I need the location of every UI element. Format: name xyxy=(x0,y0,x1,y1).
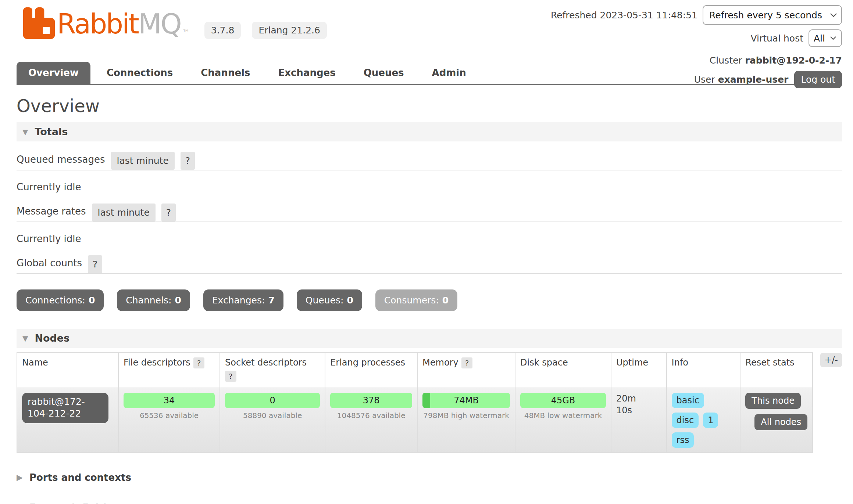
info-badge-basic: basic xyxy=(672,393,704,408)
socket-descriptors-cell: 0 58890 available xyxy=(220,388,325,453)
uptime-value-1: 20m xyxy=(616,393,661,404)
help-icon[interactable]: ? xyxy=(88,255,102,273)
col-header-reset-stats: Reset stats xyxy=(740,353,813,388)
nodes-table: Name File descriptors? Socket descriptor… xyxy=(17,352,813,453)
global-stats-row: Connections:0 Channels:0 Exchanges:7 Que… xyxy=(17,289,842,311)
nodes-header-row: Name File descriptors? Socket descriptor… xyxy=(17,353,813,388)
tab-exchanges[interactable]: Exchanges xyxy=(266,62,347,84)
message-rates-period-tab[interactable]: last minute xyxy=(92,204,156,222)
node-name-link[interactable]: rabbit@172-104-212-22 xyxy=(22,393,108,423)
file-descriptors-cell: 34 65536 available xyxy=(118,388,220,453)
nodes-table-wrap: Name File descriptors? Socket descriptor… xyxy=(17,352,842,453)
col-header-memory: Memory? xyxy=(417,353,515,388)
tab-overview[interactable]: Overview xyxy=(17,62,90,85)
help-icon[interactable]: ? xyxy=(181,152,195,170)
disk-space-bar: 45GB xyxy=(520,393,606,408)
stat-connections-label: Connections: xyxy=(25,295,85,306)
col-header-memory-label: Memory xyxy=(422,357,458,368)
section-header-ports-and-contexts[interactable]: ▶ Ports and contexts xyxy=(17,472,842,483)
memory-used: 74MB xyxy=(454,395,479,406)
tab-admin[interactable]: Admin xyxy=(420,62,478,84)
col-header-socket-descriptors-label: Socket descriptors xyxy=(225,357,307,368)
col-header-file-descriptors: File descriptors? xyxy=(118,353,220,388)
tab-channels[interactable]: Channels xyxy=(189,62,262,84)
rabbitmq-logo[interactable]: RabbitMQ ™ xyxy=(23,7,190,40)
info-badges: basic disc 1 rss xyxy=(672,393,735,448)
col-header-socket-descriptors: Socket descriptors? xyxy=(220,353,325,388)
help-icon[interactable]: ? xyxy=(193,357,205,368)
disk-space-cell: 45GB 48MB low watermark xyxy=(515,388,611,453)
queued-messages-idle-text: Currently idle xyxy=(17,181,842,192)
vhost-select-wrap: All xyxy=(809,29,842,47)
refreshed-timestamp: Refreshed 2023-05-31 11:48:51 xyxy=(551,10,697,21)
col-header-disk-space-label: Disk space xyxy=(520,357,568,368)
stat-exchanges[interactable]: Exchanges:7 xyxy=(203,289,283,311)
vhost-row: Virtual host All xyxy=(750,29,842,47)
section-header-export-definitions[interactable]: ▶ Export definitions xyxy=(17,502,842,504)
trademark-symbol: ™ xyxy=(182,28,190,37)
queued-messages-label: Queued messages xyxy=(17,154,105,167)
section-title-ports-and-contexts: Ports and contexts xyxy=(29,472,131,483)
logo-text-rabbit: Rabbit xyxy=(57,8,138,40)
page: RabbitMQ ™ 3.7.8 Erlang 21.2.6 Refreshed… xyxy=(0,0,853,504)
section-title-totals: Totals xyxy=(35,126,68,137)
refresh-interval-select[interactable]: Refresh every 5 seconds xyxy=(703,5,842,25)
reset-all-nodes-button[interactable]: All nodes xyxy=(754,414,807,430)
stat-connections[interactable]: Connections:0 xyxy=(17,289,104,311)
rabbit-icon xyxy=(23,7,55,40)
page-title: Overview xyxy=(17,96,842,116)
help-icon[interactable]: ? xyxy=(461,357,473,368)
message-rates-label: Message rates xyxy=(17,206,86,219)
uptime-cell: 20m 10s xyxy=(611,388,667,453)
expand-arrow-icon: ▶ xyxy=(17,474,23,482)
stat-queues[interactable]: Queues:0 xyxy=(297,289,362,311)
tab-queues[interactable]: Queues xyxy=(352,62,416,84)
vhost-label: Virtual host xyxy=(750,33,803,44)
reset-stats-cell: This node All nodes xyxy=(740,388,813,453)
toggle-columns-button[interactable]: +/- xyxy=(820,353,842,367)
section-header-totals[interactable]: ▼ Totals xyxy=(17,122,842,141)
col-header-name-label: Name xyxy=(22,357,48,368)
erlang-processes-used: 378 xyxy=(363,395,380,406)
socket-descriptors-bar: 0 xyxy=(225,393,320,408)
refresh-row: Refreshed 2023-05-31 11:48:51 Refresh ev… xyxy=(551,5,842,25)
stat-exchanges-label: Exchanges: xyxy=(212,295,265,306)
stat-consumers: Consumers:0 xyxy=(375,289,457,311)
col-header-info-label: Info xyxy=(672,357,688,368)
info-badge-rss: rss xyxy=(672,432,694,448)
stat-exchanges-value: 7 xyxy=(268,295,274,306)
stat-connections-value: 0 xyxy=(89,295,95,306)
stat-queues-label: Queues: xyxy=(306,295,344,306)
header: RabbitMQ ™ 3.7.8 Erlang 21.2.6 Refreshed… xyxy=(17,0,842,85)
col-header-erlang-processes: Erlang processes xyxy=(325,353,417,388)
stat-consumers-label: Consumers: xyxy=(384,295,439,306)
col-header-file-descriptors-label: File descriptors xyxy=(124,357,190,368)
section-title-nodes: Nodes xyxy=(35,332,69,344)
erlang-processes-detail: 1048576 available xyxy=(330,411,412,420)
global-counts-label: Global counts xyxy=(17,258,82,271)
rabbitmq-version-badge: 3.7.8 xyxy=(204,22,241,39)
memory-bar: 74MB xyxy=(422,393,510,408)
tab-connections[interactable]: Connections xyxy=(95,62,185,84)
memory-cell: 74MB 798MB high watermark xyxy=(417,388,515,453)
erlang-processes-cell: 378 1048576 available xyxy=(325,388,417,453)
erlang-version-badge: Erlang 21.2.6 xyxy=(252,22,327,39)
logo-text: RabbitMQ xyxy=(57,10,181,37)
vhost-select[interactable]: All xyxy=(809,29,842,47)
section-header-nodes[interactable]: ▼ Nodes xyxy=(17,329,842,348)
col-header-erlang-processes-label: Erlang processes xyxy=(330,357,405,368)
logo-row: RabbitMQ ™ 3.7.8 Erlang 21.2.6 xyxy=(23,7,327,40)
col-header-disk-space: Disk space xyxy=(515,353,611,388)
col-header-name: Name xyxy=(17,353,118,388)
help-icon[interactable]: ? xyxy=(225,371,236,382)
stat-consumers-value: 0 xyxy=(442,295,449,306)
queued-messages-period-tab[interactable]: last minute xyxy=(111,152,175,170)
collapse-arrow-icon: ▼ xyxy=(22,128,28,136)
stat-channels-label: Channels: xyxy=(126,295,171,306)
reset-this-node-button[interactable]: This node xyxy=(745,393,801,409)
stat-channels[interactable]: Channels:0 xyxy=(117,289,190,311)
col-header-info: Info xyxy=(667,353,740,388)
help-icon[interactable]: ? xyxy=(161,204,176,222)
uptime-value-2: 10s xyxy=(616,404,661,416)
section-title-export-definitions: Export definitions xyxy=(29,502,125,504)
